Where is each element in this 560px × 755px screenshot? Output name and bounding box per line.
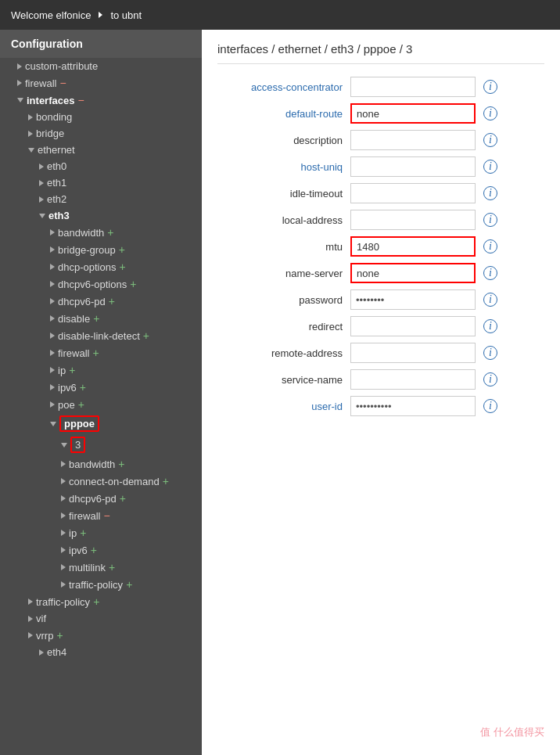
field-label-idle-timeout: idle-timeout — [217, 188, 343, 200]
info-icon-redirect[interactable]: i — [483, 319, 497, 333]
sidebar-item-dhcpv6-pd-pppoe[interactable]: dhcpv6-pd+ — [0, 490, 202, 507]
info-icon-name-server[interactable]: i — [483, 266, 497, 280]
arrow-down-icon — [28, 148, 34, 153]
info-icon-service-name[interactable]: i — [483, 372, 497, 386]
plus-button[interactable]: + — [119, 261, 125, 273]
arrow-right-icon — [50, 350, 55, 356]
sidebar-item-dhcpv6-pd[interactable]: dhcpv6-pd+ — [0, 293, 202, 310]
plus-button[interactable]: + — [93, 312, 99, 325]
field-input-access-concentrator[interactable] — [350, 77, 476, 97]
sidebar-item-firewall-pppoe[interactable]: firewall− — [0, 507, 202, 524]
plus-button[interactable]: + — [92, 347, 99, 359]
info-icon-password[interactable]: i — [483, 293, 497, 307]
sidebar-item-bandwidth[interactable]: bandwidth+ — [0, 224, 202, 241]
sidebar-item-vif[interactable]: vif — [0, 610, 202, 627]
info-icon-idle-timeout[interactable]: i — [483, 186, 497, 200]
field-input-host-uniq[interactable] — [350, 156, 476, 177]
info-icon-mtu[interactable]: i — [483, 239, 497, 253]
sidebar-item-ipv6-eth3[interactable]: ipv6+ — [0, 379, 202, 396]
field-input-redirect[interactable] — [350, 316, 476, 336]
sidebar-item-eth4[interactable]: eth4 — [0, 644, 202, 660]
field-input-description[interactable] — [350, 130, 476, 150]
arrow-right-icon — [50, 367, 55, 373]
plus-button[interactable]: + — [107, 226, 113, 239]
sidebar-item-ip-eth3[interactable]: ip+ — [0, 361, 202, 379]
sidebar-item-eth3[interactable]: eth3 — [0, 207, 202, 224]
sidebar-item-vrrp[interactable]: vrrp+ — [0, 627, 202, 644]
sidebar-item-eth1[interactable]: eth1 — [0, 174, 202, 191]
plus-button[interactable]: + — [109, 295, 115, 307]
info-icon-host-uniq[interactable]: i — [483, 160, 497, 174]
field-label-default-route: default-route — [217, 108, 343, 120]
plus-button[interactable]: + — [80, 527, 86, 539]
info-icon-default-route[interactable]: i — [483, 106, 497, 120]
plus-button[interactable]: + — [91, 544, 97, 556]
field-input-remote-address[interactable] — [350, 343, 476, 363]
plus-button[interactable]: + — [93, 595, 99, 608]
sidebar-item-ip-pppoe[interactable]: ip+ — [0, 524, 202, 541]
topbar-to-text: to ubnt — [110, 9, 142, 21]
plus-button[interactable]: + — [119, 243, 125, 256]
info-icon-remote-address[interactable]: i — [483, 346, 497, 360]
sidebar-item-bandwidth-pppoe[interactable]: bandwidth+ — [0, 455, 202, 473]
info-icon-description[interactable]: i — [483, 133, 497, 147]
sidebar-item-bridge-group[interactable]: bridge-group+ — [0, 241, 202, 258]
plus-button[interactable]: + — [118, 458, 124, 470]
field-input-name-server[interactable] — [350, 263, 476, 283]
sidebar-item-label: 3 — [75, 439, 81, 451]
arrow-right-icon — [61, 478, 66, 484]
field-label-description: description — [217, 135, 343, 146]
arrow-right-icon — [28, 114, 33, 120]
plus-button[interactable]: + — [78, 398, 84, 411]
sidebar-item-multilink[interactable]: multilink+ — [0, 559, 202, 576]
sidebar-item-connect-on-demand[interactable]: connect-on-demand+ — [0, 473, 202, 490]
sidebar-item-traffic-policy-pppoe[interactable]: traffic-policy+ — [0, 576, 202, 593]
sidebar-item-firewall-1[interactable]: firewall− — [0, 74, 202, 92]
minus-button[interactable]: − — [59, 77, 66, 89]
plus-button[interactable]: + — [163, 475, 169, 487]
sidebar-item-bonding[interactable]: bonding — [0, 109, 202, 125]
plus-button[interactable]: + — [56, 629, 63, 642]
minus-button[interactable]: − — [77, 94, 84, 106]
plus-button[interactable]: + — [130, 278, 136, 290]
info-icon-user-id[interactable]: i — [483, 399, 497, 413]
sidebar-item-traffic-policy-eth3[interactable]: traffic-policy+ — [0, 593, 202, 610]
info-icon-local-address[interactable]: i — [483, 213, 497, 227]
sidebar-item-eth2[interactable]: eth2 — [0, 191, 202, 207]
field-input-default-route[interactable] — [350, 103, 476, 124]
sidebar-item-ipv6-pppoe[interactable]: ipv6+ — [0, 541, 202, 559]
plus-button[interactable]: + — [80, 381, 86, 394]
sidebar-item-interfaces[interactable]: interfaces− — [0, 92, 202, 109]
plus-button[interactable]: + — [143, 329, 149, 342]
sidebar-item-ethernet[interactable]: ethernet — [0, 142, 202, 158]
sidebar-item-node3[interactable]: 3 — [0, 434, 202, 455]
sidebar-item-disable[interactable]: disable+ — [0, 310, 202, 327]
sidebar-item-pppoe[interactable]: pppoe — [0, 413, 202, 434]
sidebar-item-dhcpv6-options[interactable]: dhcpv6-options+ — [0, 275, 202, 293]
minus-button[interactable]: − — [103, 509, 109, 522]
sidebar-item-firewall-eth3[interactable]: firewall+ — [0, 344, 202, 361]
field-input-service-name[interactable] — [350, 369, 476, 390]
field-input-idle-timeout[interactable] — [350, 183, 476, 203]
sidebar-item-custom-attribute[interactable]: custom-attribute — [0, 58, 202, 74]
field-input-password[interactable] — [350, 289, 476, 310]
plus-button[interactable]: + — [69, 364, 75, 376]
field-row-local-address: local-addressi — [217, 210, 544, 230]
field-input-mtu[interactable] — [350, 236, 476, 257]
field-input-local-address[interactable] — [350, 210, 476, 230]
plus-button[interactable]: + — [120, 492, 126, 505]
sidebar-item-poe-eth3[interactable]: poe+ — [0, 396, 202, 413]
sidebar-item-dhcp-options[interactable]: dhcp-options+ — [0, 258, 202, 275]
sidebar-item-label: bonding — [36, 111, 72, 123]
arrow-right-icon — [61, 495, 66, 502]
sidebar-item-disable-link-detect[interactable]: disable-link-detect+ — [0, 327, 202, 344]
plus-button[interactable]: + — [126, 578, 132, 591]
sidebar-item-bridge[interactable]: bridge — [0, 125, 202, 142]
field-row-user-id: user-idi — [217, 396, 544, 416]
sidebar-item-label: dhcpv6-pd — [58, 296, 106, 307]
sidebar-item-label: ipv6 — [58, 382, 77, 394]
sidebar-item-eth0[interactable]: eth0 — [0, 158, 202, 174]
info-icon-access-concentrator[interactable]: i — [483, 80, 497, 94]
field-input-user-id[interactable] — [350, 396, 476, 416]
plus-button[interactable]: + — [109, 561, 115, 573]
